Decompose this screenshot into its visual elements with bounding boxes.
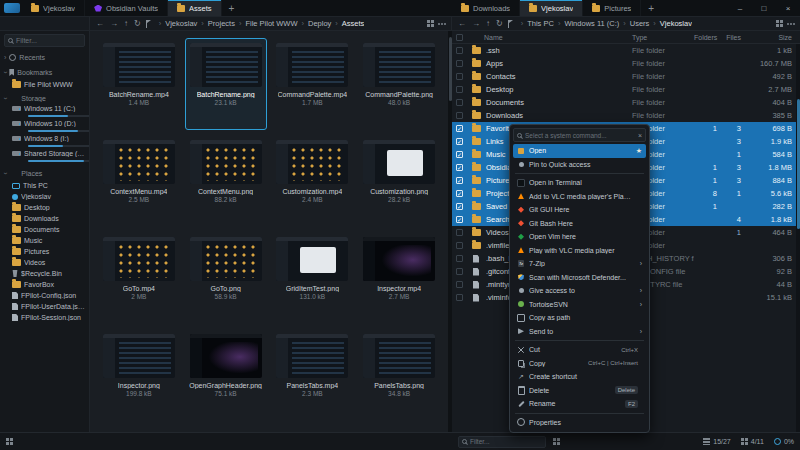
file-tile[interactable]: Inspector.png 199.8 kB xyxy=(98,329,180,421)
app-logo-icon[interactable] xyxy=(4,3,20,13)
bookmark-icon[interactable] xyxy=(146,20,151,28)
filter-options-icon[interactable] xyxy=(553,438,560,445)
menu-item[interactable]: Properties xyxy=(513,416,646,430)
tab[interactable]: Assets xyxy=(168,0,222,16)
menu-item[interactable]: Scan with Microsoft Defender... xyxy=(513,271,646,285)
breadcrumb-item[interactable]: Windows 11 (C:) xyxy=(554,19,619,28)
list-filter-input[interactable] xyxy=(470,438,542,445)
row-checkbox[interactable] xyxy=(456,242,463,249)
sidebar-item[interactable]: › $Recycle.Bin xyxy=(0,268,89,279)
column-type[interactable]: Type xyxy=(632,34,694,41)
sidebar-filter-input[interactable] xyxy=(16,37,81,44)
row-checkbox[interactable] xyxy=(456,60,463,67)
sidebar-item[interactable]: › Pictures xyxy=(0,246,89,257)
breadcrumb-item[interactable]: Projects xyxy=(197,19,235,28)
tab[interactable]: Obsidian Vaults xyxy=(85,0,168,16)
file-tile[interactable]: PanelsTabs.png 34.8 kB xyxy=(358,329,440,421)
file-tile[interactable]: GridItemTest.png 131.0 kB xyxy=(272,232,354,324)
menu-item[interactable]: Git GUI Here xyxy=(513,203,646,217)
row-checkbox[interactable] xyxy=(456,255,463,262)
right-pane-scrollbar[interactable] xyxy=(796,44,800,432)
menu-item[interactable]: Open Vim here xyxy=(513,230,646,244)
file-tile[interactable]: GoTo.mp4 2 MB xyxy=(98,232,180,324)
select-all-checkbox[interactable] xyxy=(456,34,463,41)
menu-item[interactable]: Create shortcut xyxy=(513,370,646,384)
row-checkbox[interactable] xyxy=(456,151,463,158)
sidebar-item[interactable]: › Places xyxy=(0,167,89,180)
close-button[interactable]: × xyxy=(776,0,800,16)
sidebar-item[interactable]: › Windows 10 (D:) xyxy=(0,120,89,135)
sidebar-item[interactable]: › Music xyxy=(0,235,89,246)
more-options-icon[interactable] xyxy=(787,23,789,25)
menu-item[interactable]: Pin to Quick access xyxy=(513,158,646,172)
row-checkbox[interactable] xyxy=(456,216,463,223)
row-checkbox[interactable] xyxy=(456,125,463,132)
sidebar-filter[interactable] xyxy=(4,34,85,47)
minimize-button[interactable]: – xyxy=(728,0,752,16)
row-checkbox[interactable] xyxy=(456,47,463,54)
list-filter[interactable] xyxy=(458,436,546,448)
row-checkbox[interactable] xyxy=(456,190,463,197)
file-tile[interactable]: CommandPalette.mp4 1.7 MB xyxy=(272,38,354,130)
sidebar-item[interactable]: › Downloads xyxy=(0,213,89,224)
menu-item[interactable]: Play with VLC media player xyxy=(513,244,646,258)
file-tile[interactable]: BatchRename.png 23.1 kB xyxy=(185,38,267,130)
breadcrumb-item[interactable]: Deploy xyxy=(298,19,332,28)
menu-item[interactable]: Rename F2 xyxy=(513,397,646,411)
menu-item[interactable]: Send to xyxy=(513,325,646,339)
bookmark-icon[interactable] xyxy=(508,20,513,28)
row-checkbox[interactable] xyxy=(456,177,463,184)
row-checkbox[interactable] xyxy=(456,112,463,119)
sidebar-item[interactable]: › Bookmarks xyxy=(0,66,89,79)
sidebar-item[interactable]: › Videos xyxy=(0,257,89,268)
sidebar-item[interactable]: › FPilot-Config.json xyxy=(0,290,89,301)
column-name[interactable]: Name xyxy=(484,34,632,41)
row-checkbox[interactable] xyxy=(456,268,463,275)
sidebar-item[interactable]: › Documents xyxy=(0,224,89,235)
file-tile[interactable]: Customization.png 28.2 kB xyxy=(358,135,440,227)
maximize-button[interactable]: □ xyxy=(752,0,776,16)
row-checkbox[interactable] xyxy=(456,99,463,106)
tab[interactable]: Vjekoslav xyxy=(22,0,85,16)
sidebar-item[interactable]: › Recents xyxy=(0,51,89,64)
sidebar-item[interactable]: › FPilot-Session.json xyxy=(0,312,89,323)
command-search-input[interactable] xyxy=(525,132,635,139)
menu-item[interactable]: Copy as path xyxy=(513,311,646,325)
menu-item[interactable]: Git Bash Here xyxy=(513,217,646,231)
file-tile[interactable]: ContextMenu.mp4 2.5 MB xyxy=(98,135,180,227)
row-checkbox[interactable] xyxy=(456,164,463,171)
column-size[interactable]: Size xyxy=(746,34,792,41)
breadcrumb-item[interactable]: Assets xyxy=(331,19,364,28)
sidebar-item[interactable]: › FavorBox xyxy=(0,279,89,290)
back-icon[interactable]: ← xyxy=(95,20,105,28)
menu-item[interactable]: Give access to xyxy=(513,284,646,298)
sidebar-item[interactable]: › Windows 8 (I:) xyxy=(0,135,89,150)
layout-icon[interactable] xyxy=(6,438,13,445)
sidebar-item[interactable]: › Windows 11 (C:) xyxy=(0,105,89,120)
file-tile[interactable]: GoTo.png 58.9 kB xyxy=(185,232,267,324)
forward-icon[interactable]: → xyxy=(109,20,119,28)
sidebar-item[interactable]: › Vjekoslav xyxy=(0,191,89,202)
file-tile[interactable]: Inspector.mp4 2.7 MB xyxy=(358,232,440,324)
menu-item[interactable]: 7-Zip xyxy=(513,257,646,271)
file-row[interactable]: Apps File folder 160.7 MB xyxy=(452,57,800,70)
file-row[interactable]: Downloads File folder 385 B xyxy=(452,109,800,122)
menu-item[interactable]: Add to VLC media player's Playlist xyxy=(513,190,646,204)
menu-item[interactable]: TortoiseSVN xyxy=(513,298,646,312)
file-tile[interactable]: ContextMenu.png 88.2 kB xyxy=(185,135,267,227)
back-icon[interactable]: ← xyxy=(457,20,467,28)
tab[interactable]: Pictures xyxy=(583,0,641,16)
row-checkbox[interactable] xyxy=(456,138,463,145)
sidebar-item[interactable]: › File Pilot WWW xyxy=(0,79,89,90)
scrollbar-thumb[interactable] xyxy=(797,99,800,229)
file-row[interactable]: Desktop File folder 2.7 MB xyxy=(452,83,800,96)
row-checkbox[interactable] xyxy=(456,229,463,236)
row-checkbox[interactable] xyxy=(456,73,463,80)
file-row[interactable]: .ssh File folder 1 kB xyxy=(452,44,800,57)
up-icon[interactable]: ↑ xyxy=(123,20,129,28)
file-tile[interactable]: CommandPalette.png 48.0 kB xyxy=(358,38,440,130)
menu-item[interactable]: Copy Ctrl+C | Ctrl+Insert xyxy=(513,357,646,371)
breadcrumb-item[interactable]: Vjekoslav xyxy=(649,19,692,28)
file-row[interactable]: Contacts File folder 492 B xyxy=(452,70,800,83)
breadcrumb-item[interactable]: File Pilot WWW xyxy=(235,19,298,28)
